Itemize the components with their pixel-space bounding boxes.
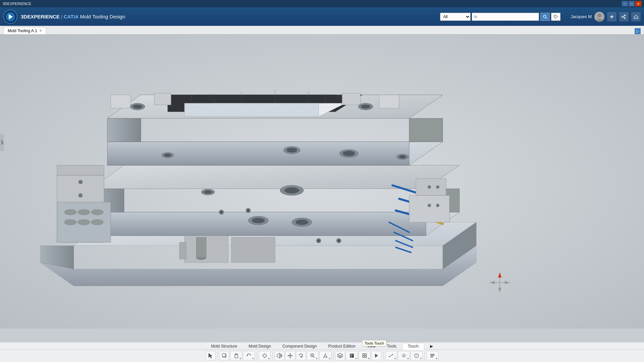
more-tools-icon [430,353,435,358]
window-controls: ─ □ ✕ [622,1,641,6]
svg-point-46 [133,105,142,109]
svg-marker-110 [490,281,495,284]
tag-button[interactable] [551,13,560,21]
svg-rect-164 [430,357,433,357]
tab-close-button[interactable]: ✕ [39,29,42,33]
toolbar-tab-mold-structure[interactable]: Mold Structure [205,343,243,349]
svg-line-154 [389,354,393,357]
play-icon [9,14,13,19]
tab-bar: Mold Tooling A.1 ✕ ▷ [0,26,644,35]
app-title-area: 3DEXPERIENCE | CATIA Mold Tooling Design [21,14,125,19]
separator-3 [272,352,273,360]
svg-point-78 [91,220,103,225]
svg-point-103 [318,240,320,242]
app-logo[interactable] [3,10,17,24]
undo-button[interactable]: ▼ [243,351,255,360]
toolbar-tab-touch[interactable]: Touch [402,343,424,350]
dropdown-arrow-icon: ▼ [239,357,241,360]
svg-rect-151 [363,356,364,358]
user-area: Jacques M [571,12,641,22]
svg-rect-147 [351,356,352,357]
paste-button[interactable]: ▼ [230,351,242,360]
measure-icon [388,353,394,358]
right-panel-toggle[interactable]: ▷ [635,28,641,34]
logo-area [3,10,17,24]
home-button[interactable] [631,12,641,21]
pan-button[interactable] [285,351,295,360]
svg-point-54 [343,151,355,156]
maximize-button[interactable]: □ [629,1,635,6]
svg-point-89 [428,185,431,189]
toolbar-tab-more[interactable]: ▶ [424,343,439,349]
title-bar-text: 3DEXPERIENCE [3,2,31,6]
svg-point-76 [64,220,76,225]
chevron-right-icon [1,140,3,145]
measure-button[interactable]: ▼ [385,351,397,360]
separator: | [61,14,62,19]
grid-button[interactable]: ▼ [359,351,371,360]
svg-line-135 [313,356,315,358]
compass-button[interactable]: ▼ [411,351,423,360]
svg-rect-149 [363,354,364,355]
svg-rect-148 [352,356,354,357]
separator-1 [217,352,218,360]
toolbar-tab-product-edition[interactable]: Product Edition [323,343,361,349]
flythrough-button[interactable]: ▼ [319,351,331,360]
separator-4 [333,352,333,360]
view-settings-button[interactable]: ▼ [398,351,410,360]
svg-point-74 [78,209,90,215]
rotate-icon [298,353,304,359]
search-filter-select[interactable]: All Name Description [440,13,471,21]
zoom-button[interactable]: ▼ [307,351,319,360]
svg-rect-42 [154,93,171,105]
product-line-label: CATIA [64,14,79,19]
snap-button[interactable]: ▼ [259,351,271,360]
svg-point-92 [436,204,439,207]
close-button[interactable]: ✕ [635,1,641,6]
view-cube-button[interactable] [274,351,284,360]
svg-rect-41 [111,95,131,108]
tab-mold-tooling[interactable]: Mold Tooling A.1 ✕ [3,27,46,34]
svg-point-50 [164,154,171,157]
title-bar: 3DEXPERIENCE ─ □ ✕ [0,0,644,7]
isometric-button[interactable] [335,351,345,360]
svg-rect-145 [351,354,352,356]
share-button[interactable] [619,12,629,21]
minimize-button[interactable]: ─ [622,1,628,6]
svg-point-105 [338,240,340,242]
dropdown-arrow-icon-6: ▼ [355,357,357,360]
display-mode-icon [349,353,355,358]
select-tool-button[interactable] [206,351,216,360]
svg-marker-20 [107,142,409,165]
grid-icon [362,353,367,358]
user-avatar[interactable] [594,12,604,22]
svg-marker-160 [416,354,417,356]
toolbar-tabs: Mold Structure Mold Design Component Des… [0,342,644,350]
play-animation-button[interactable] [371,351,381,360]
snap-icon [262,353,267,358]
compass-icon [414,353,419,358]
dropdown-arrow-icon-4: ▼ [316,357,318,360]
toolbar-icons-row: ▼ ▼ ▼ [202,350,442,362]
rotate-button[interactable] [296,351,306,360]
toolbar-tab-component-design[interactable]: Component Design [277,343,323,349]
copy-button[interactable] [219,351,229,360]
svg-point-0 [543,15,546,18]
svg-point-58 [204,190,212,194]
svg-point-56 [399,155,406,159]
avatar-image [595,12,604,21]
search-button[interactable] [540,13,550,21]
svg-marker-161 [416,356,417,357]
toolbar-tab-mold-design[interactable]: Mold Design [243,343,277,349]
more-tools-button[interactable]: ▼ [426,351,438,360]
add-button[interactable] [607,12,616,21]
svg-point-60 [284,187,299,193]
svg-point-157 [403,355,405,357]
left-panel-toggle[interactable] [0,134,4,151]
search-input[interactable] [472,13,539,21]
dropdown-arrow-icon-9: ▼ [407,357,409,360]
display-mode-button[interactable]: ▼ [346,351,358,360]
svg-line-86 [396,247,411,252]
svg-line-1 [546,17,547,19]
svg-point-67 [78,180,83,184]
